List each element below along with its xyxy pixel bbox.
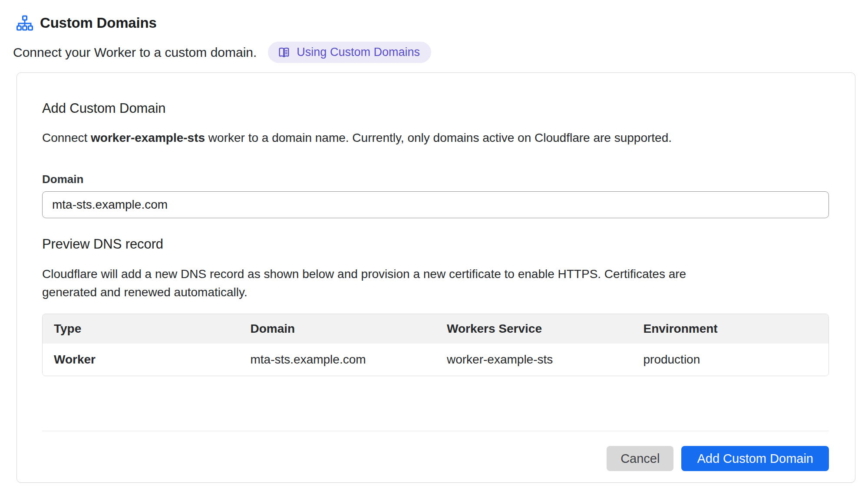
- table-row: Worker mta-sts.example.com worker-exampl…: [43, 344, 828, 376]
- cell-environment: production: [632, 344, 829, 376]
- preview-dns-description: Cloudflare will add a new DNS record as …: [42, 265, 689, 301]
- page-title: Custom Domains: [40, 15, 157, 31]
- domain-field-label: Domain: [42, 173, 829, 186]
- page-subtitle: Connect your Worker to a custom domain.: [13, 45, 257, 60]
- book-icon: [277, 46, 290, 59]
- cell-workers-service: worker-example-sts: [436, 344, 632, 376]
- add-custom-domain-button[interactable]: Add Custom Domain: [681, 446, 829, 471]
- intro-suffix: worker to a domain name. Currently, only…: [205, 131, 672, 144]
- cell-type: Worker: [43, 344, 239, 376]
- add-custom-domain-card: Add Custom Domain Connect worker-example…: [17, 72, 855, 483]
- table-header-row: Type Domain Workers Service Environment: [43, 314, 828, 344]
- page-header: Custom Domains: [17, 15, 868, 31]
- docs-link-label: Using Custom Domains: [297, 46, 420, 59]
- page-subtitle-row: Connect your Worker to a custom domain. …: [13, 42, 868, 63]
- card-intro-text: Connect worker-example-sts worker to a d…: [42, 130, 829, 146]
- footer-divider: [42, 431, 829, 431]
- domain-input[interactable]: [42, 191, 829, 218]
- cancel-button[interactable]: Cancel: [607, 446, 673, 471]
- hierarchy-icon: [17, 15, 33, 31]
- intro-prefix: Connect: [42, 131, 91, 144]
- card-footer: Cancel Add Custom Domain: [42, 446, 829, 471]
- worker-name: worker-example-sts: [91, 131, 205, 144]
- preview-dns-heading: Preview DNS record: [42, 236, 829, 252]
- docs-link-badge[interactable]: Using Custom Domains: [268, 42, 431, 63]
- table-header-environment: Environment: [632, 314, 829, 344]
- table-header-workers-service: Workers Service: [436, 314, 632, 344]
- table-header-type: Type: [43, 314, 239, 344]
- dns-preview-table: Type Domain Workers Service Environment …: [42, 314, 829, 376]
- cell-domain: mta-sts.example.com: [239, 344, 436, 376]
- table-header-domain: Domain: [239, 314, 436, 344]
- card-heading: Add Custom Domain: [42, 101, 829, 116]
